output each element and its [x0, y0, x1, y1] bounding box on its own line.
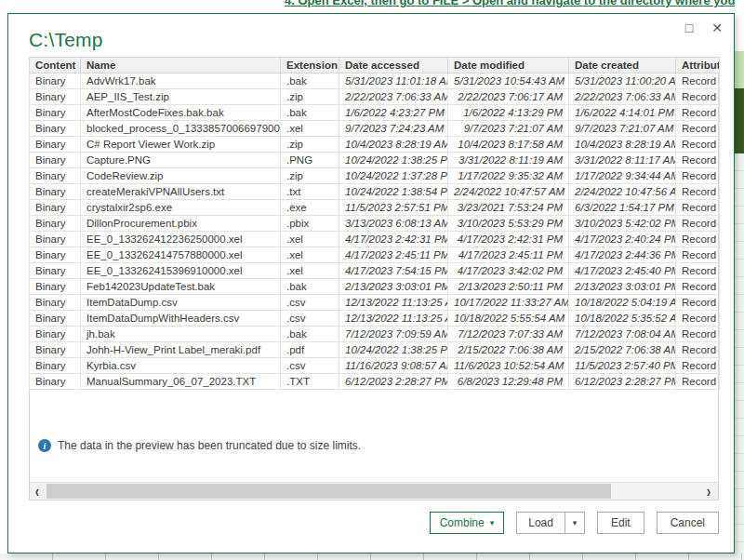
cell-accessed: 9/7/2023 7:24:23 AM	[339, 121, 448, 137]
column-header-content: Content	[30, 58, 81, 73]
cell-name: C# Report Viewer Work.zip	[81, 137, 281, 153]
table-row: BinaryJohh-H-View_Print Label_meraki.pdf…	[30, 342, 720, 358]
cell-extension: .xel	[281, 232, 339, 247]
cell-accessed: 10/24/2022 1:38:54 PM	[339, 184, 448, 200]
cell-created: 3/31/2022 8:11:17 AM	[569, 153, 676, 168]
cell-accessed: 1/6/2022 4:23:27 PM	[339, 105, 448, 121]
cell-accessed: 10/24/2022 1:37:28 PM	[339, 168, 448, 184]
close-icon[interactable]: ✕	[711, 20, 723, 36]
table-row: BinaryManualSummary_06_07_2023.TXT.TXT6/…	[30, 374, 720, 390]
horizontal-scrollbar[interactable]: ‹ ›	[30, 482, 718, 500]
cell-modified: 1/6/2022 4:13:29 PM	[448, 105, 569, 121]
table-row: BinaryEE_0_133262415396910000.xel.xel4/1…	[30, 263, 720, 279]
cell-attributes: Record	[676, 89, 720, 105]
cell-modified: 3/10/2023 5:53:29 PM	[448, 216, 569, 232]
table-row: BinaryItemDataDumpWithHeaders.csv.csv12/…	[30, 311, 720, 327]
cell-modified: 2/22/2023 7:06:17 AM	[448, 89, 569, 105]
combine-button[interactable]: Combine ▾	[430, 512, 505, 534]
cell-content: Binary	[30, 311, 81, 327]
cell-created: 4/17/2023 2:44:36 PM	[569, 247, 676, 263]
cancel-button[interactable]: Cancel	[657, 512, 719, 534]
cell-accessed: 10/24/2022 1:38:25 PM	[339, 153, 448, 168]
cell-name: EE_0_133262412236250000.xel	[81, 232, 281, 247]
cell-created: 4/17/2023 2:40:24 PM	[569, 232, 676, 247]
table-row: BinaryAdvWrk17.bak.bak5/31/2023 11:01:18…	[30, 73, 720, 89]
cell-created: 1/17/2022 9:34:44 AM	[569, 168, 676, 184]
cell-accessed: 11/16/2023 9:08:57 AM	[339, 358, 448, 374]
cell-extension: .pbix	[281, 216, 339, 232]
table-row: BinaryAEP_IIS_Test.zip.zip2/22/2023 7:06…	[30, 89, 720, 105]
cell-created: 2/15/2022 7:06:38 AM	[569, 342, 676, 358]
chevron-down-icon: ▾	[573, 519, 578, 527]
file-preview-table: ContentNameExtensionDate accessedDate mo…	[29, 57, 720, 390]
load-button[interactable]: Load	[516, 512, 565, 534]
cell-content: Binary	[30, 358, 81, 374]
scrollbar-thumb[interactable]	[46, 484, 611, 499]
cell-content: Binary	[30, 105, 81, 121]
cell-extension: .PNG	[281, 153, 339, 168]
cell-modified: 3/23/2021 7:53:24 PM	[448, 200, 569, 216]
cell-created: 2/24/2022 10:47:56 AM	[569, 184, 676, 200]
cell-modified: 4/17/2023 2:45:11 PM	[448, 247, 569, 263]
table-row: Binarycrystalxir2sp6.exe.exe11/5/2023 2:…	[30, 200, 720, 216]
cell-accessed: 10/4/2023 8:28:19 AM	[339, 137, 448, 153]
cell-name: Capture.PNG	[81, 153, 281, 168]
cell-attributes: Record	[676, 247, 720, 263]
cell-content: Binary	[30, 153, 81, 168]
cell-attributes: Record	[676, 216, 720, 232]
cell-accessed: 6/12/2023 2:28:27 PM	[339, 374, 448, 390]
cell-extension: .csv	[281, 311, 339, 327]
scroll-left-icon[interactable]: ‹	[35, 480, 39, 502]
truncation-notice-text: The data in the preview has been truncat…	[58, 439, 361, 452]
cell-accessed: 3/13/2023 6:08:13 AM	[339, 216, 448, 232]
cell-accessed: 12/13/2022 11:13:25 AM	[339, 311, 448, 327]
cell-name: AfterMostCodeFixes.bak.bak	[81, 105, 281, 121]
cell-accessed: 4/17/2023 2:42:31 PM	[339, 232, 448, 247]
cell-modified: 6/8/2023 12:29:48 PM	[448, 374, 569, 390]
cell-modified: 1/17/2022 9:35:32 AM	[448, 168, 569, 184]
cell-extension: .TXT	[281, 374, 339, 390]
column-header-name: Name	[81, 58, 281, 73]
cell-content: Binary	[30, 184, 81, 200]
table-row: Binaryblocked_process_0_1333857006697900…	[30, 121, 720, 137]
cell-attributes: Record	[676, 184, 720, 200]
table-row: BinaryEE_0_133262414757880000.xel.xel4/1…	[30, 247, 720, 263]
cell-modified: 7/12/2023 7:07:33 AM	[448, 327, 569, 342]
cell-created: 10/18/2022 5:04:19 AM	[569, 295, 676, 311]
truncation-notice: i The data in the preview has been trunc…	[38, 439, 361, 452]
info-icon: i	[38, 439, 51, 452]
cell-attributes: Record	[676, 121, 720, 137]
table-row: BinarycreateMerakiVPNAllUsers.txt.txt10/…	[30, 184, 720, 200]
cell-content: Binary	[30, 200, 81, 216]
column-header-accessed: Date accessed	[339, 58, 448, 73]
table-row: BinaryItemDataDump.csv.csv12/13/2022 11:…	[30, 295, 720, 311]
cell-accessed: 5/31/2023 11:01:18 AM	[339, 73, 448, 89]
load-dropdown-button[interactable]: ▾	[565, 512, 585, 534]
maximize-icon[interactable]: □	[685, 20, 693, 36]
background-segment	[735, 0, 744, 51]
background-document-text: 4. Open Excel, then go to FILE > Open an…	[285, 0, 735, 7]
background-gridline-strip	[0, 553, 744, 560]
cell-created: 2/22/2023 7:06:33 AM	[569, 89, 676, 105]
cell-extension: .zip	[281, 137, 339, 153]
cell-attributes: Record	[676, 153, 720, 168]
cell-created: 4/17/2023 2:45:40 PM	[569, 263, 676, 279]
cell-content: Binary	[30, 374, 81, 390]
edit-button[interactable]: Edit	[597, 512, 644, 534]
scroll-right-icon[interactable]: ›	[707, 480, 711, 502]
background-strip	[735, 0, 744, 560]
cell-content: Binary	[30, 73, 81, 89]
background-segment	[735, 153, 744, 560]
table-row: BinaryCapture.PNG.PNG10/24/2022 1:38:25 …	[30, 153, 720, 168]
cell-modified: 5/31/2023 10:54:43 AM	[448, 73, 569, 89]
cell-attributes: Record	[676, 327, 720, 342]
table-row: BinaryCodeReview.zip.zip10/24/2022 1:37:…	[30, 168, 720, 184]
cell-extension: .csv	[281, 295, 339, 311]
cell-modified: 4/17/2023 3:42:02 PM	[448, 263, 569, 279]
cell-attributes: Record	[676, 342, 720, 358]
cell-name: Kyrbia.csv	[81, 358, 281, 374]
page-title: C:\Temp	[29, 29, 103, 51]
load-split-button: Load ▾	[516, 512, 585, 534]
cell-extension: .csv	[281, 358, 339, 374]
cell-name: ManualSummary_06_07_2023.TXT	[81, 374, 281, 390]
